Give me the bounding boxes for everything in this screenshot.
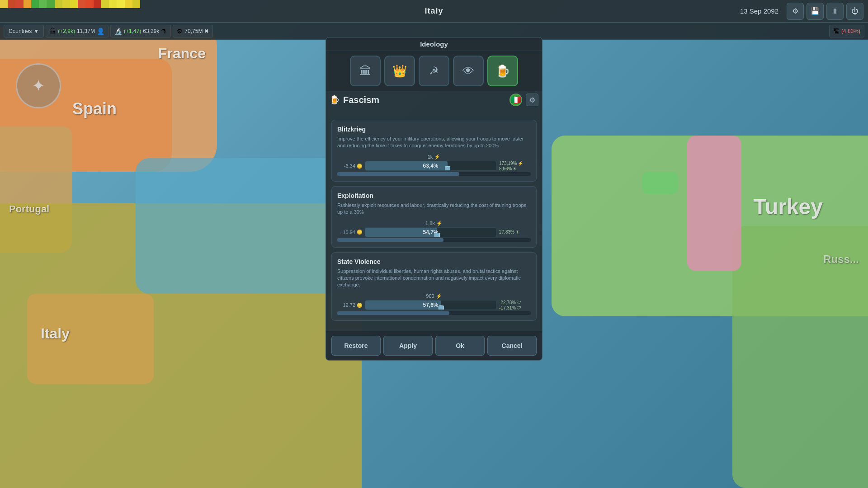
- slider-state_violence: 900 ⚡ 12.72 🪙 57,6% -22,78% 🛡 -17,31% 🛡: [337, 293, 531, 315]
- slider-center-val-blitzkrieg: 63,4%: [423, 163, 438, 169]
- map-pink-region: [687, 136, 741, 271]
- industry-value: 70,75M: [184, 28, 203, 34]
- slider-right-blitzkrieg: 173,19% ⚡ 8,66% ☀: [499, 161, 531, 171]
- countries-dropdown[interactable]: Countries ▼: [4, 25, 44, 38]
- slider-track-exploitation: [337, 238, 531, 242]
- science-resource: 🔬 (+1,47) 63,29k ⚗: [110, 25, 171, 38]
- ideology-header: 🍺 Fascism 🇮🇹 ⚙: [326, 91, 542, 109]
- industry-resource: ⚙ 70,75M ✖: [173, 25, 213, 38]
- slider-track-state_violence: [337, 311, 531, 315]
- policy-card-state_violence: State Violence Suppression of individual…: [331, 252, 537, 321]
- map-italy-land: [27, 294, 154, 384]
- approval-resource: 🏗 (4.83%): [829, 25, 864, 38]
- date-display: 13 Sep 2092: [740, 7, 778, 15]
- right-line1-state_violence: -22,78% 🛡: [499, 300, 531, 305]
- map-russia: [732, 226, 868, 488]
- population-icon: 👤: [97, 28, 104, 35]
- policy-name-blitzkrieg: Blitzkrieg: [337, 126, 531, 133]
- slider-bar-blitzkrieg[interactable]: 63,4%: [365, 161, 496, 171]
- slider-exploitation: 1,8k ⚡ -10.94 🪙 54,7% 27,83% ☀: [337, 221, 531, 242]
- slider-row-exploitation: -10.94 🪙 54,7% 27,83% ☀: [337, 227, 531, 237]
- manpower-delta: (+2,9k): [58, 28, 75, 34]
- slider-left-state_violence: 12.72 🪙: [337, 302, 362, 308]
- ideology-name: 🍺 Fascism: [330, 95, 379, 105]
- pause-button[interactable]: ⏸: [826, 3, 844, 20]
- ideology-settings-button[interactable]: ⚙: [526, 94, 538, 106]
- manpower-icon: 🏛: [50, 28, 56, 35]
- dropdown-label: Countries: [9, 28, 32, 34]
- restore-button[interactable]: Restore: [331, 336, 381, 356]
- flask-icon: ⚗: [161, 28, 167, 35]
- slider-left-exploitation: -10.94 🪙: [337, 230, 362, 235]
- slider-row-blitzkrieg: -6.34 🪙 63,4% 173,19% ⚡ 8,66% ☀: [337, 161, 531, 171]
- country-flag[interactable]: 🇮🇹: [509, 94, 522, 106]
- policy-desc-blitzkrieg: Improve the efficiency of your military …: [337, 136, 531, 150]
- power-button[interactable]: ⏻: [846, 3, 863, 20]
- slider-center-val-state_violence: 57,6%: [423, 302, 438, 308]
- ideology-flag-icon: 🍺: [330, 95, 340, 105]
- policy-name-exploitation: Exploitation: [337, 192, 531, 199]
- manpower-resource: 🏛 (+2,9k) 11,37M 👤: [46, 25, 108, 38]
- ok-button[interactable]: Ok: [435, 336, 485, 356]
- policy-desc-exploitation: Ruthlessly exploit resources and labour,…: [337, 202, 531, 216]
- page-title: Italy: [425, 6, 443, 16]
- slider-blitzkrieg: 1k ⚡ -6.34 🪙 63,4% 173,19% ⚡ 8,66% ☀: [337, 154, 531, 176]
- tab-democracy[interactable]: 🏛: [350, 56, 381, 86]
- settings-button[interactable]: ⚙: [787, 3, 804, 20]
- map-island: [642, 172, 678, 194]
- science-icon: 🔬: [114, 28, 122, 35]
- slider-right-exploitation: 27,83% ☀: [499, 230, 531, 235]
- manpower-value: 11,37M: [77, 28, 95, 34]
- tab-monarchy[interactable]: 👑: [384, 56, 415, 86]
- slider-left-blitzkrieg: -6.34 🪙: [337, 163, 362, 169]
- tab-theocracy[interactable]: 👁: [453, 56, 484, 86]
- top-bar-right: 13 Sep 2092 ⚙ 💾 ⏸ ⏻: [740, 3, 863, 20]
- ideology-tabs: 🏛 👑 ☭ 👁 🍺: [326, 51, 542, 91]
- right-line2-state_violence: -17,31% 🛡: [499, 305, 531, 310]
- slider-cost-state_violence: 900 ⚡: [337, 293, 531, 299]
- right-line1-exploitation: 27,83% ☀: [499, 230, 531, 235]
- policy-name-state_violence: State Violence: [337, 258, 531, 265]
- slider-cost-exploitation: 1,8k ⚡: [337, 221, 531, 226]
- approval-value: (4.83%): [841, 28, 860, 34]
- ideology-buttons: Restore Apply Ok Cancel: [326, 331, 542, 360]
- right-line1-blitzkrieg: 173,19% ⚡: [499, 161, 531, 166]
- ideology-content: Blitzkrieg Improve the efficiency of you…: [326, 114, 542, 331]
- apply-button[interactable]: Apply: [383, 336, 433, 356]
- science-delta: (+1,47): [124, 28, 141, 34]
- policy-desc-state_violence: Suppression of individual liberties, hum…: [337, 268, 531, 289]
- right-line2-blitzkrieg: 8,66% ☀: [499, 166, 531, 171]
- slider-right-state_violence: -22,78% 🛡 -17,31% 🛡: [499, 300, 531, 310]
- industry-icon: ⚙: [177, 28, 183, 35]
- slider-bar-exploitation[interactable]: 54,7%: [365, 227, 496, 237]
- cancel-button[interactable]: Cancel: [487, 336, 537, 356]
- tab-fascism[interactable]: 🍺: [487, 56, 518, 86]
- policy-card-exploitation: Exploitation Ruthlessly exploit resource…: [331, 186, 537, 248]
- slider-row-state_violence: 12.72 🪙 57,6% -22,78% 🛡 -17,31% 🛡: [337, 300, 531, 310]
- industry-cross-icon: ✖: [204, 28, 209, 34]
- ideology-panel-title: Ideology: [326, 38, 542, 51]
- color-strip: [0, 0, 140, 8]
- science-value: 63,29k: [143, 28, 159, 34]
- slider-bar-state_violence[interactable]: 57,6%: [365, 300, 496, 310]
- ideology-name-text: Fascism: [343, 95, 379, 105]
- ideology-panel: Ideology 🏛 👑 ☭ 👁 🍺 🍺 Fascism 🇮🇹 ⚙ Blitzk…: [326, 37, 542, 361]
- dropdown-arrow-icon: ▼: [33, 28, 39, 34]
- save-button[interactable]: 💾: [807, 3, 824, 20]
- slider-track-blitzkrieg: [337, 172, 531, 176]
- policy-card-blitzkrieg: Blitzkrieg Improve the efficiency of you…: [331, 120, 537, 182]
- tab-communism[interactable]: ☭: [419, 56, 449, 86]
- compass-rose: ✦: [16, 63, 61, 108]
- building-icon: 🏗: [833, 28, 840, 35]
- slider-cost-blitzkrieg: 1k ⚡: [337, 154, 531, 160]
- ideology-controls: 🇮🇹 ⚙: [509, 94, 538, 106]
